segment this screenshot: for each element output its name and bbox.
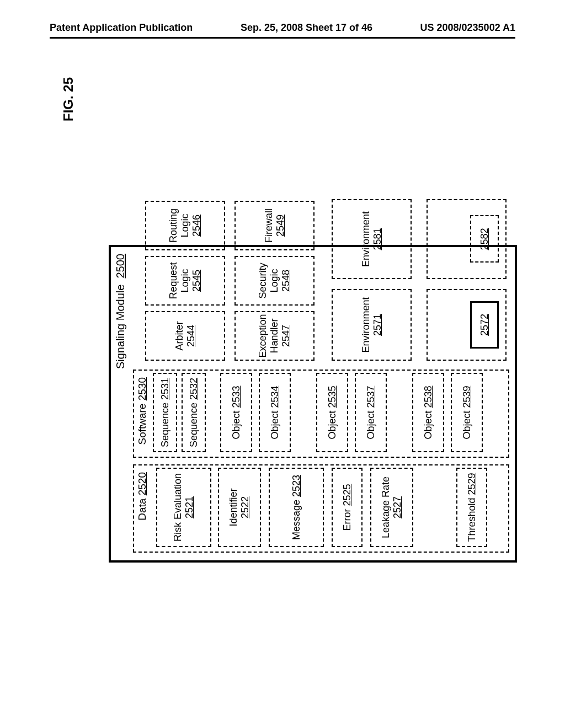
threshold-label: Threshold bbox=[466, 498, 477, 542]
identifier-ref: 2522 bbox=[239, 496, 251, 518]
security-logic-label: Security Logic bbox=[257, 257, 280, 304]
object-2537-box: Object 2537 bbox=[355, 373, 387, 452]
message-label-line: Message 2523 bbox=[291, 475, 302, 540]
environment-2581-box: Environment 2581 bbox=[332, 199, 412, 279]
data-column-title: Data 2520 bbox=[134, 469, 148, 521]
header-right: US 2008/0235002 A1 bbox=[420, 22, 515, 34]
object-2535-box: Object 2535 bbox=[316, 373, 348, 452]
object-2533-label: Object bbox=[231, 411, 242, 440]
object-2533-ref: 2533 bbox=[231, 386, 242, 408]
container-2572-outer: 2572 bbox=[427, 289, 507, 361]
message-ref: 2523 bbox=[291, 475, 302, 497]
routing-logic-ref: 2546 bbox=[191, 215, 202, 237]
object-2537-label: Object bbox=[365, 411, 376, 440]
environment-2581-label: Environment bbox=[360, 211, 372, 267]
threshold-box: Threshold 2529 bbox=[456, 468, 487, 547]
environment-2571-box: Environment 2571 bbox=[332, 289, 412, 361]
header-center: Sep. 25, 2008 Sheet 17 of 46 bbox=[241, 22, 372, 34]
routing-logic-label: Routing Logic bbox=[168, 202, 191, 249]
security-logic-box: Security Logic 2548 bbox=[234, 256, 315, 306]
object-2534-label: Object bbox=[269, 411, 280, 440]
object-2534-ref: 2534 bbox=[269, 386, 280, 408]
object-2538-line: Object 2538 bbox=[423, 386, 434, 439]
arbiter-box: Arbiter 2544 bbox=[145, 311, 225, 361]
object-2535-label: Object bbox=[327, 411, 338, 440]
leakage-rate-ref: 2527 bbox=[392, 496, 403, 518]
page-header: Patent Application Publication Sep. 25, … bbox=[50, 22, 515, 39]
request-logic-ref: 2545 bbox=[191, 270, 202, 292]
box-2582-ref: 2582 bbox=[479, 228, 491, 250]
sequence-2532-line: Sequence 2532 bbox=[188, 378, 200, 447]
leakage-rate-box: Leakage Rate 2527 bbox=[370, 468, 413, 547]
message-label: Message bbox=[291, 500, 302, 540]
signaling-module-ref: 2500 bbox=[114, 254, 126, 279]
error-label-line: Error 2525 bbox=[342, 484, 353, 531]
object-2537-line: Object 2537 bbox=[365, 386, 377, 439]
software-column-ref: 2530 bbox=[136, 377, 148, 400]
firewall-box: Firewall 2549 bbox=[234, 201, 315, 250]
object-2537-ref: 2537 bbox=[365, 386, 376, 408]
object-2539-label: Object bbox=[461, 411, 472, 440]
environment-2571-label: Environment bbox=[360, 297, 372, 352]
software-column: Software 2530 Sequence 2531 Sequence 253… bbox=[133, 370, 509, 458]
data-column: Data 2520 Risk Evaluation 2521 Identifie… bbox=[133, 464, 509, 553]
software-column-label: Software bbox=[136, 404, 148, 445]
risk-evaluation-ref: 2521 bbox=[184, 496, 195, 518]
object-2534-box: Object 2534 bbox=[259, 373, 291, 452]
figure-label: FIG. 25 bbox=[61, 77, 76, 121]
object-2535-line: Object 2535 bbox=[327, 386, 338, 439]
object-2538-label: Object bbox=[423, 411, 434, 440]
signaling-module-label: Signaling Module bbox=[114, 285, 126, 369]
object-2534-line: Object 2534 bbox=[269, 386, 281, 439]
arbiter-label: Arbiter bbox=[174, 322, 185, 351]
request-logic-box: Request Logic 2545 bbox=[145, 256, 225, 306]
environment-2571-ref: 2571 bbox=[372, 314, 383, 336]
object-2539-line: Object 2539 bbox=[461, 386, 473, 439]
message-box: Message 2523 bbox=[269, 468, 324, 547]
box-2572: 2572 bbox=[470, 301, 499, 349]
arbiter-ref: 2544 bbox=[185, 325, 197, 347]
object-2535-ref: 2535 bbox=[327, 386, 338, 408]
request-logic-label: Request Logic bbox=[168, 257, 191, 304]
object-2539-box: Object 2539 bbox=[451, 373, 483, 452]
leakage-rate-label: Leakage Rate bbox=[380, 477, 392, 538]
object-2533-line: Object 2533 bbox=[231, 386, 242, 439]
firewall-ref: 2549 bbox=[275, 215, 286, 237]
exception-handler-label: Exception Handler bbox=[257, 312, 280, 360]
identifier-label: Identifier bbox=[228, 488, 239, 526]
object-2533-box: Object 2533 bbox=[220, 373, 252, 452]
object-2539-ref: 2539 bbox=[461, 386, 472, 408]
error-box: Error 2525 bbox=[332, 468, 363, 547]
identifier-box: Identifier 2522 bbox=[218, 468, 261, 547]
sequence-2531-label: Sequence bbox=[159, 403, 170, 447]
threshold-ref: 2529 bbox=[466, 473, 477, 495]
risk-evaluation-label: Risk Evaluation bbox=[172, 473, 184, 542]
risk-evaluation-box: Risk Evaluation 2521 bbox=[156, 468, 211, 547]
firewall-label: Firewall bbox=[263, 208, 275, 243]
page: Patent Application Publication Sep. 25, … bbox=[0, 0, 565, 728]
environment-2581-ref: 2581 bbox=[372, 228, 383, 250]
sequence-2532-label: Sequence bbox=[188, 403, 199, 447]
data-column-ref: 2520 bbox=[136, 472, 148, 495]
software-column-title: Software 2530 bbox=[134, 374, 148, 445]
sequence-2531-line: Sequence 2531 bbox=[159, 378, 171, 447]
security-logic-ref: 2548 bbox=[280, 270, 292, 292]
object-2538-ref: 2538 bbox=[423, 386, 434, 408]
data-column-label: Data bbox=[136, 499, 148, 521]
box-2582: 2582 bbox=[470, 216, 499, 263]
exception-handler-ref: 2547 bbox=[280, 325, 292, 347]
sequence-2532-ref: 2532 bbox=[188, 378, 199, 400]
signaling-module-box: Signaling Module 2500 Data 2520 Risk Eva… bbox=[109, 245, 517, 563]
sequence-2531-box: Sequence 2531 bbox=[153, 373, 177, 452]
error-label: Error bbox=[342, 509, 353, 531]
sequence-2532-box: Sequence 2532 bbox=[182, 373, 206, 452]
error-ref: 2525 bbox=[342, 484, 353, 506]
signaling-module-title: Signaling Module 2500 bbox=[114, 254, 127, 369]
sequence-2531-ref: 2531 bbox=[159, 378, 170, 400]
exception-handler-box: Exception Handler 2547 bbox=[234, 311, 315, 361]
header-left: Patent Application Publication bbox=[50, 22, 193, 34]
container-2582-outer: 2582 bbox=[427, 199, 507, 279]
box-2572-ref: 2572 bbox=[479, 314, 491, 336]
routing-logic-box: Routing Logic 2546 bbox=[145, 201, 225, 250]
object-2538-box: Object 2538 bbox=[412, 373, 444, 452]
